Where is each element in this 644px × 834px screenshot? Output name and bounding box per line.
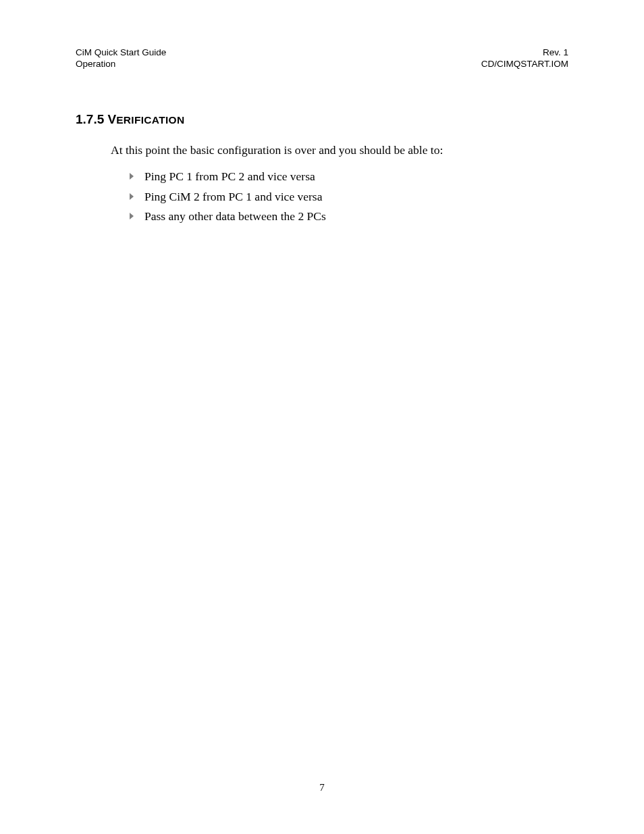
section-number: 1.7.5 [76, 112, 104, 126]
doc-subtitle: Operation [76, 59, 166, 70]
arrow-icon [128, 211, 135, 221]
arrow-icon [128, 172, 135, 181]
arrow-icon [128, 192, 135, 201]
svg-marker-2 [130, 213, 134, 219]
list-item-text: Ping PC 1 from PC 2 and vice versa [144, 170, 315, 183]
section-title-lead: V [108, 112, 117, 126]
svg-marker-1 [130, 193, 134, 200]
svg-marker-0 [130, 173, 134, 180]
page-header: CiM Quick Start Guide Operation Rev. 1 C… [76, 47, 568, 70]
page-number: 7 [0, 782, 644, 793]
list-item: Ping CiM 2 from PC 1 and vice versa [128, 187, 568, 207]
list-item-text: Pass any other data between the 2 PCs [144, 209, 326, 223]
list-item: Ping PC 1 from PC 2 and vice versa [128, 167, 568, 187]
revision: Rev. 1 [481, 47, 568, 59]
list-item-text: Ping CiM 2 from PC 1 and vice versa [144, 190, 322, 203]
intro-text: At this point the basic configuration is… [111, 143, 568, 157]
header-left: CiM Quick Start Guide Operation [76, 47, 166, 70]
section-heading: 1.7.5 VERIFICATION [76, 112, 568, 127]
section-title-rest: ERIFICATION [116, 114, 184, 126]
bullet-list: Ping PC 1 from PC 2 and vice versa Ping … [128, 167, 568, 227]
header-right: Rev. 1 CD/CIMQSTART.IOM [481, 47, 568, 70]
list-item: Pass any other data between the 2 PCs [128, 207, 568, 227]
doc-code: CD/CIMQSTART.IOM [481, 59, 568, 70]
doc-title: CiM Quick Start Guide [76, 47, 166, 59]
